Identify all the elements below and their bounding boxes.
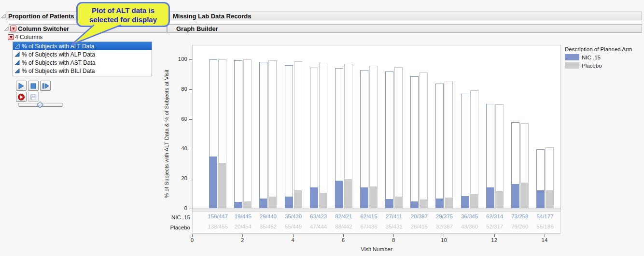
bar-outline-Placebo-visit-10[interactable] bbox=[445, 82, 453, 208]
y-tick-label: 60 bbox=[168, 116, 187, 122]
caption-row-label-placebo: Placebo bbox=[157, 225, 190, 230]
bar-outline-Placebo-visit-4[interactable] bbox=[294, 61, 302, 208]
column-switcher-menu-button[interactable] bbox=[10, 26, 16, 31]
caption-value: 43/360 bbox=[457, 224, 482, 229]
bar-filled-Placebo-visit-5[interactable] bbox=[319, 193, 327, 208]
bar-outline-NIC15-visit-10[interactable] bbox=[435, 84, 444, 208]
bar-outline-NIC15-visit-8[interactable] bbox=[385, 71, 393, 208]
step-button[interactable] bbox=[40, 81, 51, 91]
caption-value: 35/430 bbox=[281, 213, 306, 219]
save-icon bbox=[29, 93, 37, 101]
main-title-right: Missing Lab Data Records bbox=[173, 13, 252, 20]
plot-area bbox=[192, 45, 561, 211]
legend-swatch[interactable] bbox=[565, 62, 579, 69]
bar-filled-Placebo-visit-3[interactable] bbox=[268, 197, 277, 208]
column-switcher-title: Column Switcher bbox=[18, 25, 69, 32]
bar-outline-Placebo-visit-2[interactable] bbox=[243, 59, 252, 208]
legend-label: NIC .15 bbox=[582, 55, 601, 60]
bar-filled-NIC15-visit-4[interactable] bbox=[285, 197, 293, 208]
bar-filled-NIC15-visit-7[interactable] bbox=[360, 187, 368, 208]
bar-filled-NIC15-visit-10[interactable] bbox=[435, 199, 444, 208]
play-icon bbox=[17, 82, 25, 90]
y-tick-label: 80 bbox=[168, 86, 187, 92]
column-switcher-item[interactable]: % of Subjects with ALP Data bbox=[13, 50, 152, 58]
disclosure-main-icon[interactable] bbox=[1, 14, 6, 18]
y-tick bbox=[189, 119, 192, 120]
caption-value: 62/314 bbox=[482, 213, 507, 219]
bar-outline-NIC15-visit-3[interactable] bbox=[259, 62, 267, 208]
graph-builder-title-bar: Graph Builder bbox=[167, 24, 642, 33]
columns-menu-button[interactable] bbox=[8, 34, 14, 40]
stop-button[interactable] bbox=[28, 81, 39, 91]
bar-filled-Placebo-visit-14[interactable] bbox=[546, 190, 554, 208]
caption-value: 82/421 bbox=[331, 213, 356, 219]
caption-value: 29/375 bbox=[432, 213, 457, 219]
caption-value: 138/455 bbox=[205, 224, 230, 229]
legend: Description of Planned Arm NIC .15Placeb… bbox=[565, 46, 632, 69]
red-triangle-icon bbox=[12, 28, 15, 30]
bar-filled-NIC15-visit-3[interactable] bbox=[259, 199, 267, 208]
bar-filled-NIC15-visit-5[interactable] bbox=[310, 187, 318, 208]
bar-filled-Placebo-visit-13[interactable] bbox=[520, 183, 529, 208]
bar-filled-Placebo-visit-1[interactable] bbox=[218, 163, 226, 208]
callout-line1: Plot of ALT data is bbox=[78, 6, 168, 15]
bar-filled-NIC15-visit-13[interactable] bbox=[511, 184, 519, 208]
play-button[interactable] bbox=[16, 81, 27, 91]
column-switcher-item[interactable]: % of Subjects with AST Data bbox=[13, 58, 152, 67]
caption-row-label-nic: NIC .15 bbox=[157, 214, 190, 220]
y-tick-label: 20 bbox=[168, 175, 187, 181]
caption-value: 47/444 bbox=[306, 224, 331, 229]
bar-filled-Placebo-visit-4[interactable] bbox=[294, 190, 302, 208]
columns-count-label: 4 Columns bbox=[15, 34, 42, 41]
bar-filled-Placebo-visit-8[interactable] bbox=[394, 197, 403, 208]
bar-filled-Placebo-visit-11[interactable] bbox=[470, 194, 478, 208]
bar-outline-Placebo-visit-5[interactable] bbox=[319, 63, 327, 208]
y-tick-label: 40 bbox=[168, 145, 187, 151]
caption-value: 88/442 bbox=[331, 224, 356, 229]
bar-filled-NIC15-visit-11[interactable] bbox=[461, 196, 469, 208]
caption-value: 35/431 bbox=[381, 224, 406, 229]
legend-swatch[interactable] bbox=[565, 54, 579, 60]
bar-filled-NIC15-visit-6[interactable] bbox=[335, 181, 343, 208]
bar-filled-Placebo-visit-7[interactable] bbox=[369, 186, 378, 208]
save-button[interactable] bbox=[28, 92, 39, 102]
bar-filled-NIC15-visit-1[interactable] bbox=[209, 156, 217, 208]
bar-filled-NIC15-visit-8[interactable] bbox=[385, 199, 393, 208]
callout-tail bbox=[68, 22, 126, 48]
caption-value: 36/345 bbox=[457, 213, 482, 219]
caption-value: 27/411 bbox=[381, 213, 406, 219]
caption-value: 62/415 bbox=[356, 213, 381, 219]
disclosure-column-switcher-icon[interactable] bbox=[4, 26, 9, 31]
continuous-column-icon bbox=[14, 60, 20, 65]
bar-outline-NIC15-visit-9[interactable] bbox=[410, 76, 419, 208]
bar-outline-NIC15-visit-2[interactable] bbox=[234, 60, 242, 208]
column-switcher-item[interactable]: % of Subjects with BILI Data bbox=[13, 67, 152, 75]
bar-filled-NIC15-visit-14[interactable] bbox=[536, 190, 545, 208]
x-tick-label: 4 bbox=[283, 237, 303, 243]
bar-outline-Placebo-visit-8[interactable] bbox=[394, 67, 403, 208]
caption-value: 55/449 bbox=[281, 224, 306, 229]
caption-value: 54/177 bbox=[532, 213, 558, 219]
bar-filled-Placebo-visit-12[interactable] bbox=[495, 191, 504, 208]
caption-value: 29/440 bbox=[255, 213, 280, 219]
legend-entry: NIC .15 bbox=[565, 54, 632, 60]
bar-filled-Placebo-visit-2[interactable] bbox=[243, 201, 252, 208]
bar-outline-Placebo-visit-9[interactable] bbox=[420, 72, 428, 208]
bar-filled-Placebo-visit-10[interactable] bbox=[445, 198, 453, 208]
bar-filled-NIC15-visit-9[interactable] bbox=[410, 201, 419, 208]
x-axis-title: Visit Number bbox=[280, 246, 473, 252]
caption-value: 20/397 bbox=[406, 213, 432, 219]
bar-filled-NIC15-visit-12[interactable] bbox=[486, 187, 494, 208]
caption-value: 19/445 bbox=[230, 213, 255, 219]
bar-filled-NIC15-visit-2[interactable] bbox=[234, 202, 242, 208]
y-tick bbox=[189, 149, 192, 149]
bar-filled-Placebo-visit-9[interactable] bbox=[420, 199, 428, 208]
bar-outline-Placebo-visit-3[interactable] bbox=[268, 60, 277, 208]
bar-outline-Placebo-visit-11[interactable] bbox=[470, 90, 478, 208]
x-tick-label: 14 bbox=[535, 237, 554, 243]
bar-filled-Placebo-visit-6[interactable] bbox=[344, 179, 352, 208]
bar-outline-NIC15-visit-4[interactable] bbox=[285, 65, 293, 208]
bar-outline-NIC15-visit-11[interactable] bbox=[461, 94, 469, 208]
y-tick bbox=[189, 89, 192, 90]
record-button[interactable] bbox=[16, 92, 27, 102]
